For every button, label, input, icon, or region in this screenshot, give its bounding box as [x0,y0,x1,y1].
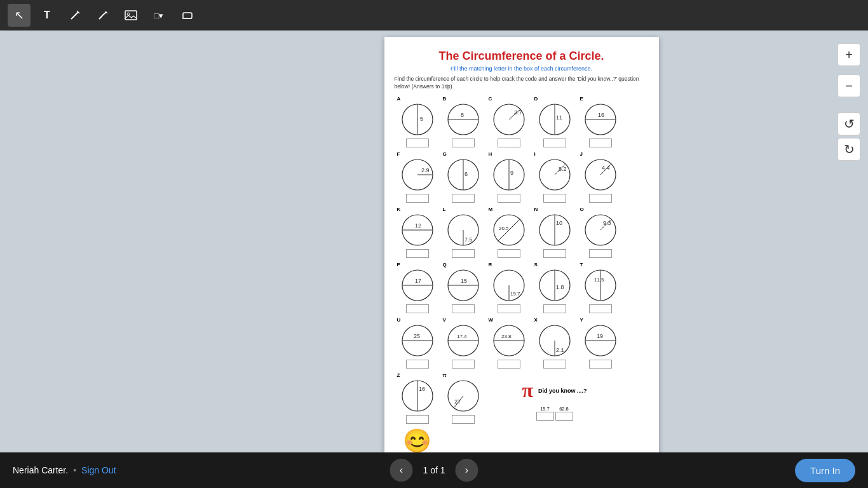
worksheet-subtitle: Fill the matching letter in the box of e… [395,65,649,72]
circle-B: B 8 [440,96,486,147]
answer-box-pi[interactable] [452,415,475,424]
pi-box-2[interactable] [555,412,573,421]
svg-text:2.1: 2.1 [556,347,564,353]
svg-text:12: 12 [415,222,421,229]
zoom-divider [840,70,858,71]
answer-box-P[interactable] [406,304,429,313]
svg-text:10: 10 [556,220,562,226]
worksheet: The Circumference of a Circle. Fill the … [384,37,659,452]
right-panel: + − ↺ ↻ [830,30,868,452]
answer-box-N[interactable] [543,249,566,258]
shapes-tool[interactable]: □▾ [147,4,170,27]
svg-text:23.8: 23.8 [501,334,512,339]
answer-box-O[interactable] [589,249,612,258]
answer-box-C[interactable] [498,139,520,147]
answer-box-J[interactable] [589,194,612,203]
pi-box-1[interactable] [536,412,554,421]
circle-V: V 17.4 [440,317,486,369]
worksheet-instructions: Find the circumference of each circle to… [395,76,649,91]
sign-out-button[interactable]: Sign Out [81,465,116,475]
redo-button[interactable]: ↻ [837,138,860,161]
pencil-tool[interactable] [64,4,86,27]
circle-L: L 7.5 [440,207,486,258]
image-tool[interactable] [119,4,142,27]
answer-box-L[interactable] [452,249,475,258]
answer-box-Z[interactable] [406,415,429,424]
undo-button[interactable]: ↺ [837,112,860,135]
answer-box-V[interactable] [452,360,475,369]
svg-text:3.7: 3.7 [514,109,522,116]
turn-in-button[interactable]: Turn In [795,459,855,482]
svg-text:2.9: 2.9 [421,167,430,173]
svg-text:17: 17 [415,278,421,284]
did-you-know-text: Did you know ....? [538,388,587,394]
circle-M: M 20.5 [486,207,532,258]
answer-box-F[interactable] [406,194,429,203]
answer-box-W[interactable] [498,360,520,369]
eraser-tool[interactable] [175,4,198,27]
svg-text:16: 16 [419,386,425,392]
zoom-out-button[interactable]: − [837,74,860,97]
svg-text:7.5: 7.5 [465,236,473,243]
circle-I: I 8.2 [532,151,578,203]
svg-rect-5 [183,13,192,18]
separator: • [73,465,76,475]
answer-box-D[interactable] [543,139,566,147]
page-info: 1 of 1 [423,465,445,475]
answer-box-K[interactable] [406,249,429,258]
pen-tool[interactable] [92,4,114,27]
answer-box-H[interactable] [498,194,520,203]
user-name: Neriah Carter. [13,465,68,475]
answer-box-B[interactable] [452,139,475,147]
document-area: The Circumference of a Circle. Fill the … [213,30,830,452]
zoom-in-button[interactable]: + [837,43,860,66]
toolbar: ↖ T □▾ [0,0,868,30]
svg-text:15: 15 [461,278,467,284]
answer-box-S[interactable] [543,304,566,313]
svg-rect-3 [125,11,137,20]
circle-F: F 2.9 [395,151,440,203]
circle-Y: Y 19 [578,317,623,369]
left-panel [0,30,213,452]
smiley-section: 😊 [395,428,440,452]
circle-pi: π 27 [440,372,486,424]
answer-box-Q[interactable] [452,304,475,313]
answer-box-U[interactable] [406,360,429,369]
svg-text:11.5: 11.5 [594,277,604,283]
svg-text:27: 27 [454,398,461,405]
bottom-bar: Neriah Carter. • Sign Out ‹ 1 of 1 › Tur… [0,452,868,488]
answer-box-I[interactable] [543,194,566,203]
answer-box-G[interactable] [452,194,475,203]
next-page-button[interactable]: › [456,459,478,482]
circle-grid: A 5 B 8 [395,96,649,452]
svg-text:11: 11 [556,114,562,121]
answer-box-A[interactable] [406,139,429,147]
circle-T: T 11.5 [578,262,623,313]
svg-text:17.4: 17.4 [457,334,467,339]
circle-R: R 15.7 [486,262,532,313]
text-tool[interactable]: T [36,4,58,27]
svg-text:8: 8 [461,112,464,118]
svg-text:16: 16 [598,112,604,118]
svg-text:15.7: 15.7 [510,291,520,297]
svg-text:20.5: 20.5 [499,226,509,231]
smiley-icon: 😊 [403,428,431,452]
page-navigation: ‹ 1 of 1 › [390,459,478,482]
select-tool[interactable]: ↖ [8,4,31,27]
main-area: The Circumference of a Circle. Fill the … [0,30,868,452]
circle-X: X 2.1 [532,317,578,369]
svg-text:9: 9 [510,170,513,176]
circle-S: S 1.8 [532,262,578,313]
answer-box-E[interactable] [589,139,612,147]
answer-box-T[interactable] [589,304,612,313]
answer-box-X[interactable] [543,360,566,369]
prev-page-button[interactable]: ‹ [390,459,412,482]
circle-E: E 16 [578,96,623,147]
circle-H: H 9 [486,151,532,203]
answer-box-Y[interactable] [589,360,612,369]
worksheet-title: The Circumference of a Circle. [395,50,649,63]
answer-box-M[interactable] [498,249,520,258]
answer-box-R[interactable] [498,304,520,313]
circle-P: P 17 [395,262,440,313]
svg-text:1.8: 1.8 [556,284,564,290]
